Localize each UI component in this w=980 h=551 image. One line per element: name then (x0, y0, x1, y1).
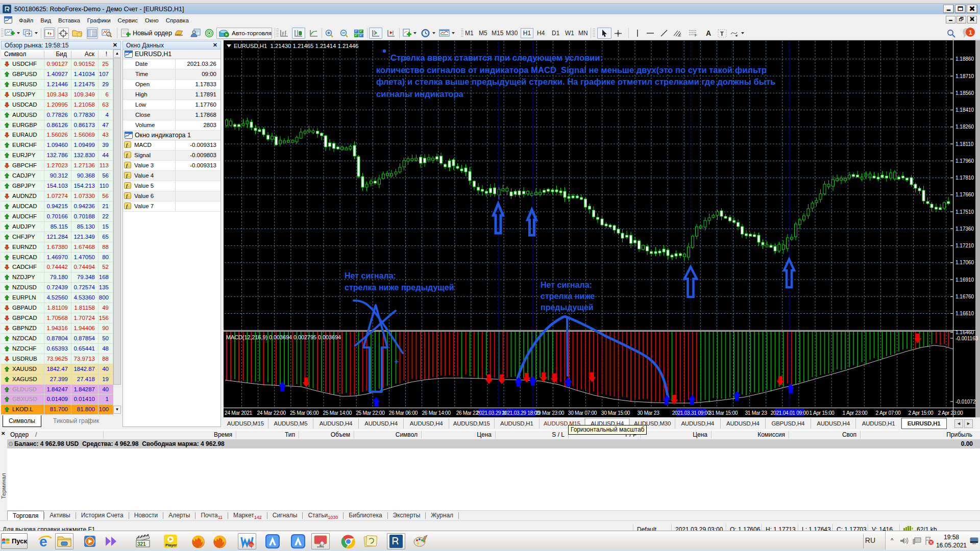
svg-text:T: T (720, 31, 724, 37)
svg-text:1.16760: 1.16760 (955, 294, 974, 299)
svg-text:-0.01072: -0.01072 (955, 399, 976, 405)
svg-text:31 Mar 23: 31 Mar 23 (745, 410, 767, 416)
svg-text:Нет сигнала:: Нет сигнала: (541, 281, 592, 289)
svg-text:2021.03.29 18:00: 2021.03.29 18:00 (502, 410, 540, 416)
svg-text:1.17510: 1.17510 (955, 209, 974, 215)
svg-text:1.16610: 1.16610 (955, 311, 974, 316)
svg-text:1.18110: 1.18110 (955, 141, 974, 147)
svg-text:31 Mar 15:00: 31 Mar 15:00 (709, 410, 738, 416)
svg-text:сигналы индикатора: сигналы индикатора (376, 89, 464, 99)
svg-text:321: 321 (137, 541, 146, 547)
svg-text:MACD(12,216,9) 0.003694 0.0027: MACD(12,216,9) 0.003694 0.002795 0.00369… (226, 334, 341, 340)
svg-text:1.18410: 1.18410 (955, 107, 974, 113)
svg-text:флета) и стелка выше предыдущ: флета) и стелка выше предыдущей стрелки.… (376, 77, 775, 87)
svg-text:E: E (679, 34, 681, 37)
svg-text:1 Apr 23:00: 1 Apr 23:00 (843, 410, 868, 416)
svg-text:30 Mar 07:00: 30 Mar 07:00 (568, 410, 597, 416)
svg-text:1.17060: 1.17060 (955, 260, 974, 265)
svg-text:30 Mar 23: 30 Mar 23 (637, 410, 659, 416)
svg-text:1.17960: 1.17960 (955, 158, 974, 164)
svg-text:25 Mar 22:00: 25 Mar 22:00 (356, 410, 385, 416)
svg-text:1.18710: 1.18710 (955, 73, 974, 79)
svg-text:2 Apr 07:00: 2 Apr 07:00 (876, 410, 901, 416)
svg-text:стрелка ниже: стрелка ниже (541, 292, 595, 300)
svg-text:EURUSD,H1 1.21430 1.21465 1.2: EURUSD,H1 1.21430 1.21465 1.21414 1.2144… (234, 43, 358, 49)
svg-text:Нет сигнала:: Нет сигнала: (345, 271, 396, 280)
svg-text:1.17810: 1.17810 (955, 175, 974, 181)
svg-text:1.16460: 1.16460 (955, 330, 974, 335)
svg-text:количество сигналов от индикат: количество сигналов от индикатора MACD_S… (376, 65, 767, 75)
svg-text:24 Mar 2021: 24 Mar 2021 (225, 410, 253, 416)
svg-text:предыдущей: предыдущей (541, 303, 594, 312)
svg-text:стрелка ниже предыдущей: стрелка ниже предыдущей (345, 283, 454, 292)
svg-text:F: F (695, 34, 697, 37)
svg-text:24 Mar 22:00: 24 Mar 22:00 (257, 410, 286, 416)
svg-text:1.16910: 1.16910 (955, 277, 974, 283)
svg-text:25 Mar 06:00: 25 Mar 06:00 (290, 410, 319, 416)
svg-text:30 Mar 15:00: 30 Mar 15:00 (601, 410, 630, 416)
svg-text:29 Mar 23:00: 29 Mar 23:00 (535, 410, 565, 416)
svg-text:-0.001163: -0.001163 (955, 336, 978, 341)
svg-text:26 Mar 06:00: 26 Mar 06:00 (389, 410, 418, 416)
svg-text:1.18560: 1.18560 (955, 90, 974, 96)
svg-text:2021.04.01 09:00: 2021.04.01 09:00 (771, 410, 809, 416)
svg-text:2 Apr 15:00: 2 Apr 15:00 (909, 410, 934, 416)
svg-text:1.17660: 1.17660 (955, 192, 974, 197)
svg-text:Стрелка вверх ставится при сле: Стрелка вверх ставится при следующем усл… (390, 53, 603, 63)
svg-text:CL: CL (250, 543, 254, 546)
svg-text:25 Mar 14:00: 25 Mar 14:00 (323, 410, 352, 416)
svg-text:1 Apr 15:00: 1 Apr 15:00 (810, 410, 835, 416)
svg-text:Player: Player (165, 543, 177, 547)
svg-text:26 Mar 14:00: 26 Mar 14:00 (422, 410, 451, 416)
svg-text:1.18860: 1.18860 (955, 56, 974, 62)
svg-text:1.17210: 1.17210 (955, 243, 974, 248)
svg-text:2 Apr 23:00: 2 Apr 23:00 (938, 410, 963, 416)
svg-text:1.18260: 1.18260 (955, 124, 974, 130)
svg-text:2021.03.31 09:00: 2021.03.31 09:00 (672, 410, 710, 416)
svg-text:1: 1 (969, 29, 972, 36)
svg-text:1.17360: 1.17360 (955, 226, 974, 232)
